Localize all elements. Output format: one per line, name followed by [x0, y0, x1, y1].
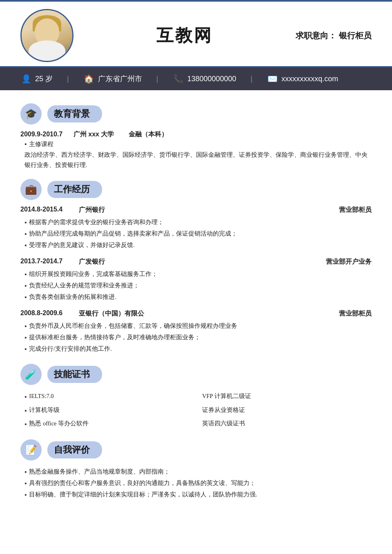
bullet-icon: ▪	[24, 391, 27, 403]
selfeval-item-0: ▪ 熟悉金融服务操作、产品当地规章制度、内部指南；	[24, 466, 372, 478]
resume-header: 互教网 求职意向： 银行柜员	[0, 2, 392, 67]
email-value: xxxxxxxxxxq.com	[281, 75, 338, 83]
age-item: 👤 25 岁	[20, 73, 53, 85]
work-company-0: 广州银行	[79, 206, 105, 214]
work-period-1: 2013.7-2014.7	[20, 258, 62, 266]
work-line1-0: 2014.8-2015.4 广州银行 营业部柜员	[20, 206, 372, 214]
selfeval-section-header: 📝 自我评价	[20, 439, 372, 461]
selfeval-icon: 📝	[25, 444, 37, 456]
work-line1-1: 2013.7-2014.7 广发银行 营业部开户业务	[20, 258, 372, 266]
duty-2-0: ▪负责外币及人民币柜台业务，包括储蓄、汇款等，确保按照操作规程办理业务	[24, 320, 372, 332]
work-icon-badge: 💼	[20, 179, 42, 200]
divider2: |	[156, 75, 158, 83]
work-position-2: 营业部柜员	[339, 309, 372, 318]
job-value: 银行柜员	[339, 31, 372, 40]
person-icon: 👤	[20, 73, 32, 85]
divider1: |	[67, 75, 69, 83]
work-icon: 💼	[25, 184, 37, 195]
header-center: 互教网	[74, 24, 296, 47]
site-title: 互教网	[86, 24, 283, 47]
location-value: 广东省广州市	[98, 74, 142, 84]
work-entry-1: 2013.7-2014.7 广发银行 营业部开户业务 ▪组织开展投资顾问业务，完…	[20, 258, 372, 303]
education-entry: 2009.9-2010.7 广州 xxx 大学 金融（本科） ▪ 主修课程 政治…	[20, 130, 372, 170]
skill-left-2: ▪ 熟悉 office 等办公软件	[24, 418, 194, 430]
edu-line1: 2009.9-2010.7 广州 xxx 大学 金融（本科）	[20, 130, 372, 139]
job-label: 求职意向：	[296, 31, 336, 40]
skill-right-0: VFP 计算机二级证	[202, 391, 372, 403]
main-content: 🎓 教育背景 2009.9-2010.7 广州 xxx 大学 金融（本科） ▪ …	[0, 90, 392, 513]
edu-major: 金融（本科）	[129, 131, 168, 138]
duty-2-1: ▪提供标准柜台服务，热情接待客户，及时准确地办理柜面业务；	[24, 332, 372, 343]
duty-0-1: ▪协助产品经理完成每期的产品促销，选择卖家和产品，保证促销活动的完成；	[24, 228, 372, 240]
work-duties-2: ▪负责外币及人民币柜台业务，包括储蓄、汇款等，确保按照操作规程办理业务 ▪提供标…	[24, 320, 372, 355]
edu-period: 2009.9-2010.7	[20, 131, 62, 138]
bullet-icon: ▪	[24, 467, 27, 478]
skills-icon: 🧪	[25, 369, 37, 380]
bullet-icon: ▪	[24, 217, 27, 228]
duty-0-2: ▪受理客户的意见建议，并做好记录反馈.	[24, 240, 372, 251]
work-position-0: 营业部柜员	[339, 206, 372, 214]
bullet-icon: ▪	[24, 344, 27, 355]
selfeval-icon-badge: 📝	[20, 439, 42, 461]
education-icon-badge: 🎓	[20, 103, 42, 125]
bullet-icon: ▪	[24, 141, 27, 148]
info-bar: 👤 25 岁 | 🏠 广东省广州市 | 📞 138000000000 | ✉️ …	[0, 67, 392, 90]
work-period-2: 2008.8-2009.6	[20, 309, 62, 318]
edu-sublabel: 主修课程	[29, 140, 53, 148]
bullet-icon: ▪	[24, 478, 27, 489]
work-duties-0: ▪根据客户的需求提供专业的银行业务咨询和办理； ▪协助产品经理完成每期的产品促销…	[24, 217, 372, 251]
bullet-icon: ▪	[24, 292, 27, 303]
work-period-0: 2014.8-2015.4	[20, 206, 62, 214]
work-company-1: 广发银行	[79, 258, 105, 266]
education-title: 教育背景	[47, 105, 102, 122]
email-icon: ✉️	[267, 73, 278, 85]
bullet-icon: ▪	[24, 489, 27, 501]
bullet-icon: ▪	[24, 229, 27, 240]
work-title: 工作经历	[47, 181, 102, 198]
skills-grid: ▪ IELTS:7.0 VFP 计算机二级证 ▪ 计算机等级 证券从业资格证 ▪…	[24, 391, 372, 430]
divider3: |	[251, 75, 253, 83]
duty-1-2: ▪负责各类创新业务的拓展和推进.	[24, 291, 372, 303]
bullet-icon: ▪	[24, 269, 27, 280]
work-entry-2: 2008.8-2009.6 亚银行（中国）有限公 营业部柜员 ▪负责外币及人民币…	[20, 309, 372, 355]
duty-1-0: ▪组织开展投资顾问业务，完成客基础服务工作；	[24, 269, 372, 280]
bullet-icon: ▪	[24, 321, 27, 332]
skill-left-0: ▪ IELTS:7.0	[24, 391, 194, 403]
duty-0-0: ▪根据客户的需求提供专业的银行业务咨询和办理；	[24, 217, 372, 228]
bullet-icon: ▪	[24, 405, 27, 417]
email-item: ✉️ xxxxxxxxxxq.com	[267, 73, 338, 85]
skill-left-1: ▪ 计算机等级	[24, 405, 194, 417]
skills-section-header: 🧪 技能证书	[20, 364, 372, 385]
selfeval-title: 自我评价	[47, 441, 102, 458]
age-value: 25 岁	[35, 74, 53, 84]
education-section-header: 🎓 教育背景	[20, 103, 372, 125]
phone-value: 138000000000	[187, 75, 236, 83]
edu-sublabel-row: ▪ 主修课程	[24, 140, 372, 148]
work-duties-1: ▪组织开展投资顾问业务，完成客基础服务工作； ▪负责经纪人业务的规范管理和业务推…	[24, 269, 372, 303]
skills-icon-badge: 🧪	[20, 364, 42, 385]
bullet-icon: ▪	[24, 240, 27, 251]
work-line1-2: 2008.8-2009.6 亚银行（中国）有限公 营业部柜员	[20, 309, 372, 318]
skill-right-2: 英语四六级证书	[202, 418, 372, 430]
selfeval-item-2: ▪ 目标明确、擅于制定详细的计划来实现目标；严谨务实，以诚待人，团队协作能力强.	[24, 489, 372, 501]
self-eval-list: ▪ 熟悉金融服务操作、产品当地规章制度、内部指南； ▪ 具有强烈的责任心和客户服…	[24, 466, 372, 501]
work-position-1: 营业部开户业务	[326, 258, 372, 266]
avatar	[20, 9, 74, 62]
phone-icon: 📞	[172, 73, 184, 85]
bullet-icon: ▪	[24, 280, 27, 291]
skills-title: 技能证书	[47, 366, 102, 383]
work-company-2: 亚银行（中国）有限公	[79, 309, 144, 318]
work-entry-0: 2014.8-2015.4 广州银行 营业部柜员 ▪根据客户的需求提供专业的银行…	[20, 206, 372, 251]
home-icon: 🏠	[83, 73, 95, 85]
edu-courses: 政治经济学、西方经济学、财政学、国际经济学、货币银行学、国际金融管理、证券投资学…	[24, 150, 372, 170]
duty-1-1: ▪负责经纪人业务的规范管理和业务推进；	[24, 280, 372, 291]
duty-2-2: ▪完成分行/支行安排的其他工作.	[24, 343, 372, 355]
location-item: 🏠 广东省广州市	[83, 73, 142, 85]
bullet-icon: ▪	[24, 332, 27, 343]
edu-school: 广州 xxx 大学	[74, 131, 114, 138]
phone-item: 📞 138000000000	[172, 73, 236, 85]
work-section-header: 💼 工作经历	[20, 179, 372, 200]
skill-right-1: 证券从业资格证	[202, 405, 372, 417]
selfeval-item-1: ▪ 具有强烈的责任心和客户服务意识，良好的沟通能力，具备熟练的英文读、写能力；	[24, 478, 372, 489]
bullet-icon: ▪	[24, 418, 27, 430]
